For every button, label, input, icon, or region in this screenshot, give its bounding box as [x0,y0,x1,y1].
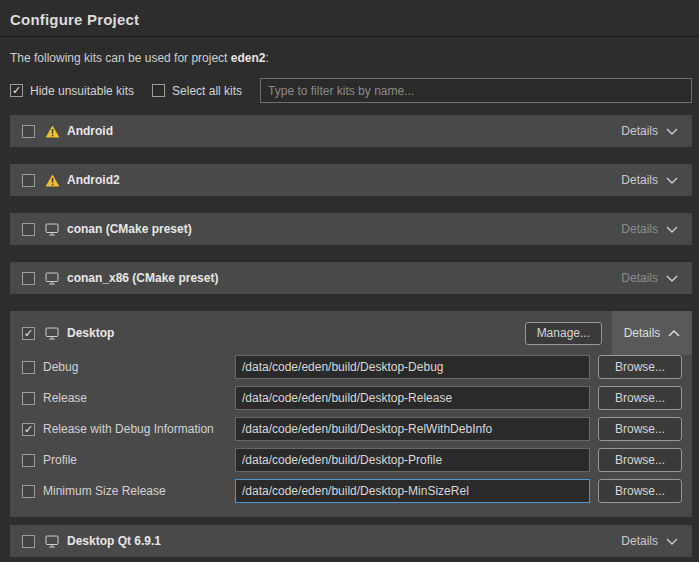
kit-list: Android Details Android2 Details [10,115,692,294]
browse-button[interactable]: Browse... [598,417,682,441]
select-all-group: Select all kits [152,84,242,98]
chevron-down-icon [666,173,678,187]
chevron-up-icon [668,326,680,340]
config-checkbox[interactable] [22,423,35,436]
kit-row-desktop-qt[interactable]: Desktop Qt 6.9.1 Details [10,525,692,557]
kit-row-desktop[interactable]: Desktop Manage... Details [10,311,692,355]
config-checkbox[interactable] [22,485,35,498]
details-button[interactable]: Details [619,271,680,285]
kit-row-conan[interactable]: conan (CMake preset) Details [10,213,692,245]
page-header: Configure Project [0,0,699,28]
config-label: Debug [43,360,235,374]
warning-icon [44,174,60,187]
page-title: Configure Project [10,11,689,28]
details-button[interactable]: Details [619,124,680,138]
desktop-icon [44,223,60,236]
kit-checkbox[interactable] [22,125,35,138]
desktop-icon [44,272,60,285]
build-dir-input[interactable] [235,355,590,379]
kit-row-conan-x86[interactable]: conan_x86 (CMake preset) Details [10,262,692,294]
details-label: Details [621,271,658,285]
select-all-checkbox[interactable] [152,84,165,97]
details-button[interactable]: Details [619,222,680,236]
configure-project-page: Configure Project The following kits can… [0,0,699,562]
details-label: Details [624,326,661,340]
kit-name: Android [67,124,113,138]
details-label: Details [621,534,658,548]
config-label: Profile [43,453,235,467]
project-name: eden2 [231,51,266,65]
browse-button[interactable]: Browse... [598,479,682,503]
kit-checkbox[interactable] [22,223,35,236]
kit-checkbox[interactable] [22,174,35,187]
desktop-icon [44,327,60,340]
kit-checkbox[interactable] [22,535,35,548]
warning-icon [44,125,60,138]
header-divider [0,36,699,37]
config-row-minsizerel: Minimum Size Release Browse... [22,479,682,503]
build-dir-input[interactable] [235,448,590,472]
build-dir-input[interactable] [235,386,590,410]
details-label: Details [621,173,658,187]
config-checkbox[interactable] [22,392,35,405]
kit-name: Android2 [67,173,120,187]
config-row-release: Release Browse... [22,386,682,410]
browse-button[interactable]: Browse... [598,355,682,379]
intro-text: The following kits can be used for proje… [10,51,689,65]
details-button[interactable]: Details [619,534,680,548]
hide-unsuitable-group: Hide unsuitable kits [10,84,134,98]
kit-checkbox[interactable] [22,272,35,285]
build-dir-input[interactable] [235,417,590,441]
intro-suffix: : [265,51,268,65]
chevron-down-icon [666,534,678,548]
select-all-label: Select all kits [172,84,242,98]
config-label: Minimum Size Release [43,484,235,498]
kit-filter-input[interactable] [260,78,692,103]
details-label: Details [621,222,658,236]
config-row-debug: Debug Browse... [22,355,682,379]
details-button[interactable]: Details [619,173,680,187]
details-button-expanded[interactable]: Details [612,311,692,355]
kit-filter-toolbar: Hide unsuitable kits Select all kits [10,78,692,103]
kit-row-android2[interactable]: Android2 Details [10,164,692,196]
hide-unsuitable-checkbox[interactable] [10,84,23,97]
config-checkbox[interactable] [22,454,35,467]
kit-name: conan_x86 (CMake preset) [67,271,218,285]
kit-checkbox[interactable] [22,327,35,340]
hide-unsuitable-label: Hide unsuitable kits [30,84,134,98]
config-row-relwithdebinfo: Release with Debug Information Browse... [22,417,682,441]
build-config-list: Debug Browse... Release Browse... Releas… [10,355,692,517]
build-dir-input[interactable] [235,479,590,503]
config-row-profile: Profile Browse... [22,448,682,472]
config-label: Release [43,391,235,405]
kit-name: Desktop [67,326,114,340]
kit-section-desktop: Desktop Manage... Details Debug Browse..… [10,311,692,517]
chevron-down-icon [666,222,678,236]
desktop-icon [44,535,60,548]
kit-list-tail: Desktop Qt 6.9.1 Details [10,525,692,557]
chevron-down-icon [666,124,678,138]
details-label: Details [621,124,658,138]
kit-name: conan (CMake preset) [67,222,192,236]
kit-row-android[interactable]: Android Details [10,115,692,147]
browse-button[interactable]: Browse... [598,386,682,410]
config-checkbox[interactable] [22,361,35,374]
kit-name: Desktop Qt 6.9.1 [67,534,161,548]
browse-button[interactable]: Browse... [598,448,682,472]
config-label: Release with Debug Information [43,422,235,436]
intro-prefix: The following kits can be used for proje… [10,51,231,65]
chevron-down-icon [666,271,678,285]
manage-button[interactable]: Manage... [525,322,602,345]
